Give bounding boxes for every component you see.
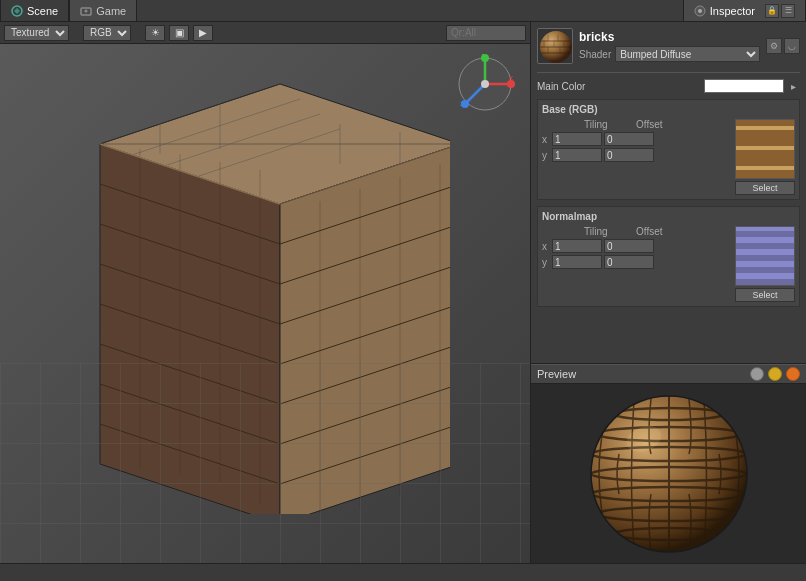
normalmap-texture-thumb-container: Select xyxy=(735,226,795,302)
display-mode-select[interactable]: Textured xyxy=(4,25,69,41)
search-input[interactable] xyxy=(446,25,526,41)
shader-label: Shader xyxy=(579,49,611,60)
preview-sphere-svg xyxy=(579,389,759,559)
tab-bar: Scene Game Inspector 🔒 ☰ xyxy=(0,0,806,22)
base-tiling-params: Tiling Offset x y xyxy=(542,119,731,195)
tab-scene-label: Scene xyxy=(27,5,58,17)
normalmap-offset-y-input[interactable] xyxy=(604,255,654,269)
material-icon xyxy=(537,28,573,64)
base-select-button[interactable]: Select xyxy=(735,181,795,195)
normalmap-x-label: x xyxy=(542,241,550,252)
shader-select[interactable]: Bumped Diffuse xyxy=(615,46,760,62)
normalmap-y-row: y xyxy=(542,255,731,269)
app-container: Scene Game Inspector 🔒 ☰ xyxy=(0,0,806,581)
svg-point-4 xyxy=(698,9,702,13)
svg-text:z: z xyxy=(460,99,464,108)
normalmap-offset-header: Offset xyxy=(636,226,686,237)
base-rgb-section: Base (RGB) Tiling Offset x xyxy=(537,99,800,200)
material-name: bricks xyxy=(579,30,760,44)
nav-gizmo: x y z xyxy=(455,54,515,114)
svg-text:x: x xyxy=(509,73,513,82)
inspector-menu-btn[interactable]: ☰ xyxy=(781,4,795,18)
preview-section: Preview xyxy=(531,363,806,563)
normalmap-tiling-header: Tiling xyxy=(584,226,634,237)
normalmap-texture-thumb[interactable] xyxy=(735,226,795,286)
svg-point-48 xyxy=(481,80,489,88)
inspector-icons: ⚙ ◡ xyxy=(766,38,800,54)
tab-inspector[interactable]: Inspector 🔒 ☰ xyxy=(683,0,806,21)
normalmap-texture-controls: Tiling Offset x y xyxy=(542,226,795,302)
base-tiling-y-input[interactable] xyxy=(552,148,602,162)
color-mode-select[interactable]: RGB xyxy=(83,25,131,41)
eyedropper-icon[interactable]: ▸ xyxy=(786,79,800,93)
scene-tab-icon xyxy=(11,5,23,17)
status-bar xyxy=(0,563,806,581)
game-tab-icon xyxy=(80,5,92,17)
base-offset-y-input[interactable] xyxy=(604,148,654,162)
svg-text:y: y xyxy=(481,54,485,58)
inspector-tab-label: Inspector xyxy=(710,5,755,17)
viewport-grid xyxy=(0,363,530,563)
base-header-row: Tiling Offset xyxy=(542,119,731,130)
base-texture-controls: Tiling Offset x y xyxy=(542,119,795,195)
image-btn[interactable]: ▣ xyxy=(169,25,189,41)
viewport-panel: Textured RGB ☀ ▣ ▶ xyxy=(0,22,531,563)
inspector-content: bricks Shader Bumped Diffuse ⚙ ◡ xyxy=(531,22,806,363)
preview-title: Preview xyxy=(537,368,750,380)
color-swatch[interactable] xyxy=(704,79,784,93)
tab-game[interactable]: Game xyxy=(69,0,137,21)
tiling-header: Tiling xyxy=(584,119,634,130)
divider-1 xyxy=(537,72,800,73)
offset-header: Offset xyxy=(636,119,686,130)
material-info: bricks Shader Bumped Diffuse xyxy=(579,30,760,62)
preview-orange-btn[interactable] xyxy=(786,367,800,381)
sun-btn[interactable]: ☀ xyxy=(145,25,165,41)
shader-row: Shader Bumped Diffuse xyxy=(579,46,760,62)
normalmap-select-button[interactable]: Select xyxy=(735,288,795,302)
normalmap-offset-x-input[interactable] xyxy=(604,239,654,253)
preview-grey-btn[interactable] xyxy=(750,367,764,381)
main-color-row: Main Color ▸ xyxy=(537,79,800,93)
viewport-scene[interactable]: x y z xyxy=(0,44,530,563)
inspector-double-circle-icon[interactable]: ◡ xyxy=(784,38,800,54)
tab-scene[interactable]: Scene xyxy=(0,0,69,21)
scene-background: x y z xyxy=(0,44,530,563)
base-y-row: y xyxy=(542,148,731,162)
base-tiling-x-input[interactable] xyxy=(552,132,602,146)
base-x-label: x xyxy=(542,134,550,145)
normalmap-tiling-params: Tiling Offset x y xyxy=(542,226,731,302)
svg-point-2 xyxy=(85,9,88,12)
material-header: bricks Shader Bumped Diffuse ⚙ ◡ xyxy=(537,28,800,64)
normalmap-label: Normalmap xyxy=(542,211,795,222)
preview-header: Preview xyxy=(531,364,806,384)
normalmap-x-row: x xyxy=(542,239,731,253)
main-color-label: Main Color xyxy=(537,81,704,92)
base-y-label: y xyxy=(542,150,550,161)
inspector-panel: bricks Shader Bumped Diffuse ⚙ ◡ xyxy=(531,22,806,563)
preview-controls xyxy=(750,367,800,381)
base-texture-thumb[interactable] xyxy=(735,119,795,179)
base-texture-thumb-container: Select xyxy=(735,119,795,195)
base-offset-x-input[interactable] xyxy=(604,132,654,146)
preview-yellow-btn[interactable] xyxy=(768,367,782,381)
normalmap-section: Normalmap Tiling Offset x xyxy=(537,206,800,307)
inspector-settings-icon[interactable]: ⚙ xyxy=(766,38,782,54)
base-x-row: x xyxy=(542,132,731,146)
main-content: Textured RGB ☀ ▣ ▶ xyxy=(0,22,806,563)
tab-game-label: Game xyxy=(96,5,126,17)
normalmap-header-row: Tiling Offset xyxy=(542,226,731,237)
preview-scene[interactable] xyxy=(531,384,806,563)
normalmap-tiling-x-input[interactable] xyxy=(552,239,602,253)
audio-btn[interactable]: ▶ xyxy=(193,25,213,41)
inspector-tab-icon xyxy=(694,5,706,17)
inspector-lock-icon[interactable]: 🔒 xyxy=(765,4,779,18)
normalmap-y-label: y xyxy=(542,257,550,268)
base-rgb-label: Base (RGB) xyxy=(542,104,795,115)
viewport-toolbar: Textured RGB ☀ ▣ ▶ xyxy=(0,22,530,44)
normalmap-tiling-y-input[interactable] xyxy=(552,255,602,269)
